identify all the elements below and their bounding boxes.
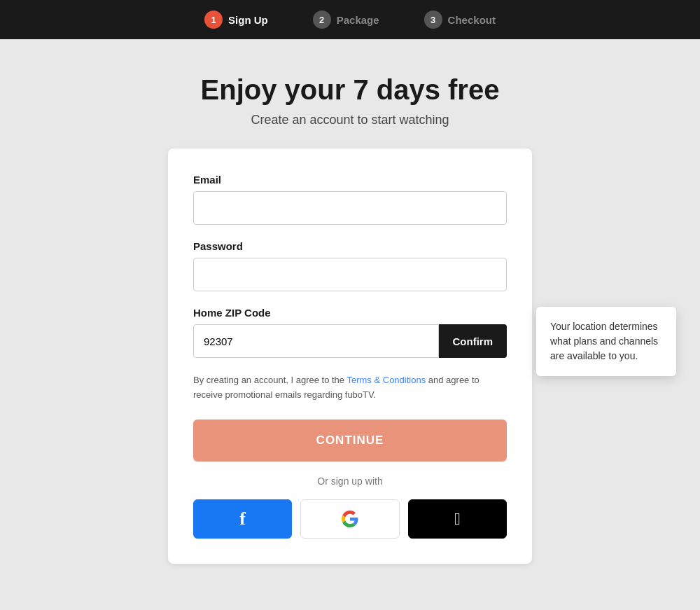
zip-input[interactable] xyxy=(193,324,439,358)
or-divider: Or sign up with xyxy=(193,476,507,487)
step-label-checkout: Checkout xyxy=(448,14,496,26)
apple-signin-button[interactable]:  xyxy=(408,499,507,539)
step-number-3: 3 xyxy=(424,11,442,29)
zip-label: Home ZIP Code xyxy=(193,307,507,319)
zip-tooltip: Your location determines what plans and … xyxy=(536,307,676,376)
step-number-1: 1 xyxy=(204,11,223,29)
apple-icon:  xyxy=(454,509,461,529)
facebook-signin-button[interactable]: f xyxy=(193,499,292,539)
google-icon xyxy=(342,511,358,527)
continue-button[interactable]: CONTINUE xyxy=(193,420,507,462)
terms-text: By creating an account, I agree to the T… xyxy=(193,373,507,403)
page-headline: Enjoy your 7 days free xyxy=(201,74,500,106)
facebook-icon: f xyxy=(239,508,246,529)
main-content: Enjoy your 7 days free Create an account… xyxy=(0,39,700,564)
email-group: Email xyxy=(193,174,507,225)
email-input[interactable] xyxy=(193,191,507,225)
zip-group: Home ZIP Code Confirm Your location dete… xyxy=(193,307,507,358)
confirm-button[interactable]: Confirm xyxy=(439,324,507,358)
step-checkout[interactable]: 3 Checkout xyxy=(424,11,496,29)
step-package[interactable]: 2 Package xyxy=(313,11,379,29)
email-label: Email xyxy=(193,174,507,186)
signup-form-card: Email Password Home ZIP Code Confirm You… xyxy=(168,148,532,564)
step-signup[interactable]: 1 Sign Up xyxy=(204,11,268,29)
password-input[interactable] xyxy=(193,258,507,291)
page-subheadline: Create an account to start watching xyxy=(251,113,449,127)
terms-link[interactable]: Terms & Conditions xyxy=(346,375,426,385)
social-buttons: f  xyxy=(193,499,507,539)
top-nav: 1 Sign Up 2 Package 3 Checkout xyxy=(0,0,700,39)
step-label-package: Package xyxy=(337,14,379,26)
password-group: Password xyxy=(193,240,507,291)
step-number-2: 2 xyxy=(313,11,331,29)
zip-row: Confirm xyxy=(193,324,507,358)
step-label-signup: Sign Up xyxy=(228,14,268,26)
password-label: Password xyxy=(193,240,507,252)
google-signin-button[interactable] xyxy=(300,499,399,539)
